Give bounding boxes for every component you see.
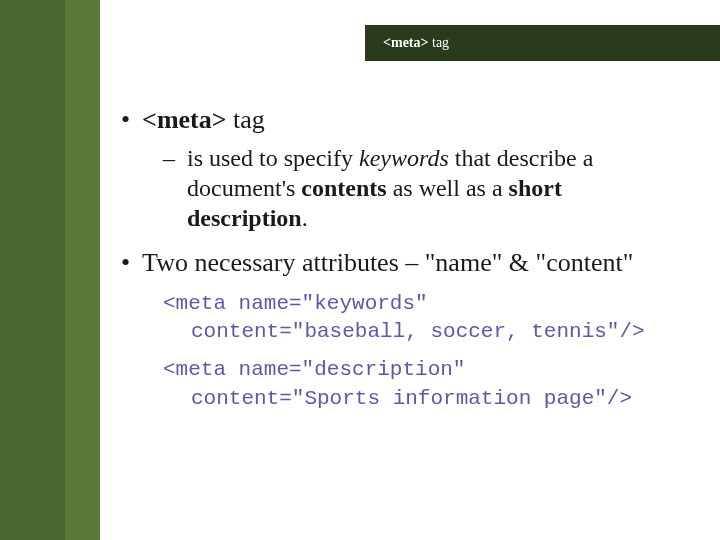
desc-end: . bbox=[302, 205, 308, 231]
slide-content: <meta> tag is used to specify keywords t… bbox=[125, 105, 680, 423]
header-tag-bold: <meta> bbox=[383, 35, 429, 50]
code2-line1: <meta name="description" bbox=[163, 356, 680, 384]
code-example-description: <meta name="description" content="Sports… bbox=[163, 356, 680, 413]
code1-line2: content="baseball, soccer, tennis"/> bbox=[163, 318, 680, 346]
desc-mid2: as well as a bbox=[387, 175, 509, 201]
meta-tag-suffix: tag bbox=[227, 105, 265, 134]
header-tag-suffix: tag bbox=[429, 35, 450, 50]
dash-description: is used to specify keywords that describ… bbox=[163, 143, 680, 233]
meta-tag-bold: <meta> bbox=[142, 105, 227, 134]
bullet-meta-tag: <meta> tag bbox=[125, 105, 680, 135]
code-example-keywords: <meta name="keywords" content="baseball,… bbox=[163, 290, 680, 347]
code2-line2: content="Sports information page"/> bbox=[163, 385, 680, 413]
attributes-text: Two necessary attributes – "name" & "con… bbox=[142, 247, 633, 280]
code1-line1: <meta name="keywords" bbox=[163, 290, 680, 318]
desc-keywords: keywords bbox=[359, 145, 449, 171]
slide-title-bar: <meta> tag bbox=[365, 25, 720, 61]
desc-pre: is used to specify bbox=[187, 145, 359, 171]
sidebar-left-inner bbox=[0, 0, 65, 540]
bullet-attributes: Two necessary attributes – "name" & "con… bbox=[125, 247, 680, 280]
desc-contents: contents bbox=[301, 175, 386, 201]
